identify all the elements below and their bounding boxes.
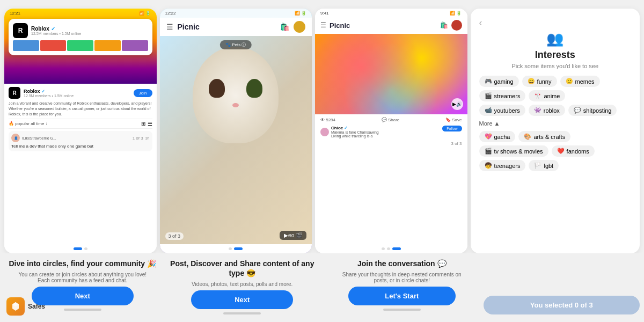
post-desc-3: Makima is fake Chainsawing: [331, 130, 379, 134]
chip-memes[interactable]: 🙂 memes: [560, 76, 600, 87]
panel-4-bottom: You selected 0 of 3: [484, 259, 640, 314]
panel-3-title: Join the conversation 💬: [357, 259, 447, 268]
avatar-3[interactable]: [451, 20, 462, 31]
start-button[interactable]: Let's Start: [348, 287, 456, 305]
chip-streamers[interactable]: 🎬 streamers: [479, 90, 526, 101]
page-indicator-1: 1 of 3: [133, 136, 143, 141]
back-arrow[interactable]: ‹: [479, 17, 632, 28]
chip-tv-shows[interactable]: 🎬 tv shows & movies: [479, 145, 548, 157]
status-time-3: 9:41: [320, 11, 329, 16]
chip-shitposting[interactable]: 💬 shitposting: [568, 105, 617, 116]
popular-filter[interactable]: 🔥 popular all time ↓: [9, 121, 48, 126]
chip-youtubers[interactable]: 📹 youtubers: [479, 105, 525, 116]
bag-icon-2[interactable]: 🛍️: [280, 23, 289, 31]
bag-icon-3[interactable]: 🛍️: [440, 21, 448, 29]
dot-1-2: [84, 247, 87, 250]
status-time-1: 12:21: [10, 11, 20, 16]
chip-arts-crafts[interactable]: 🎨 arts & crafts: [518, 131, 570, 142]
roblox-logo: R: [13, 23, 28, 38]
page-indicator-2: 3 of 3: [165, 232, 184, 240]
panel-2-bottom: Post, Discover and Share content of any …: [164, 259, 321, 314]
grid-img-2: [40, 40, 67, 51]
roblox-icon-sm: R: [9, 87, 20, 99]
list-view-icon[interactable]: ☰: [148, 121, 152, 127]
grid-img-1: [13, 40, 39, 51]
progress-bar-3: [383, 309, 421, 311]
grid-img-4: [94, 40, 121, 51]
panel-2-title: Post, Discover and Share content of any …: [164, 259, 321, 278]
chip-teenagers[interactable]: 🧒 teenagers: [479, 160, 526, 171]
dot-active-2: [234, 247, 243, 250]
next-button-1[interactable]: Next: [32, 287, 134, 305]
status-time-2: 12:22: [165, 11, 176, 16]
panel-2-subtitle: Videos, photos, text posts, polls and mo…: [192, 281, 292, 287]
chip-roblox[interactable]: 👾 roblox: [529, 105, 565, 116]
panel-3: 9:41 📶 🔋 ☰ Picnic 🛍️ ▶🔊: [315, 9, 467, 253]
chip-fandoms[interactable]: ❤️ fandoms: [552, 145, 595, 157]
grid-view-icon[interactable]: ⊞: [141, 121, 145, 127]
chip-lgbt[interactable]: 🏳️ lgbt: [529, 160, 559, 171]
chip-gacha[interactable]: 💖 gacha: [479, 131, 516, 142]
safes-label: Safes: [28, 303, 45, 310]
post-avatar: 👤: [11, 134, 20, 142]
more-toggle[interactable]: More ▲: [479, 120, 632, 127]
grid-img-5: [122, 40, 148, 51]
play-button-3[interactable]: ▶🔊: [451, 98, 463, 110]
status-icons-3: 📶 🔋: [450, 11, 462, 16]
chip-anime[interactable]: 🎌 anime: [529, 90, 565, 101]
dot-3-2: [387, 247, 390, 250]
next-button-2[interactable]: Next: [191, 290, 293, 309]
dot-active-3: [392, 247, 401, 250]
join-button[interactable]: Join: [134, 89, 152, 97]
follow-button-3[interactable]: Follow: [442, 126, 462, 131]
interests-title: Interests: [479, 49, 632, 61]
roblox-name-sm: Roblox ✓: [24, 89, 74, 94]
safes-icon: [6, 297, 25, 316]
post-desc-3b: Living while traveling is a: [331, 134, 379, 138]
post-text: Tell me a dev that made only one game bu…: [11, 144, 150, 149]
chip-funny[interactable]: 😄 funny: [522, 76, 557, 87]
save-btn[interactable]: 🔖 Save: [445, 118, 462, 122]
status-icons-2: 📶 🔋: [295, 11, 306, 16]
panel-1: 12:21 📶 🔋 R Roblox ✓ 12.5M members • 1.5…: [4, 9, 157, 253]
video-badge: ▶eo 🎬: [280, 231, 306, 240]
hamburger-3[interactable]: ☰: [320, 21, 326, 29]
interests-icon: 👥: [479, 31, 632, 47]
view-count: 👁 5284: [320, 118, 335, 122]
community-name: Roblox ✓: [31, 26, 81, 32]
community-desc: Join a vibrant and creative community of…: [9, 101, 152, 116]
post-author-3: Chloe ✓: [331, 126, 379, 130]
roblox-members-sm: 12.5M members • 1.5M online: [24, 94, 74, 98]
pets-badge: 🐾 Pets ⓘ: [220, 40, 251, 49]
safes-logo: Safes: [6, 297, 45, 316]
hamburger-2[interactable]: ☰: [166, 23, 173, 31]
share-btn[interactable]: 💬 Share: [382, 118, 400, 122]
grid-img-3: [67, 40, 93, 51]
selected-button[interactable]: You selected 0 of 3: [484, 296, 640, 314]
interests-subtitle: Pick some items you'd like to see: [479, 63, 632, 69]
dot-3-1: [382, 247, 385, 250]
community-stats: 12.5M members • 1.5M online: [31, 32, 81, 35]
author-avatar-3: [320, 128, 329, 136]
status-icons-1: 📶 🔋: [139, 11, 151, 16]
app-name-3: Picnic: [330, 21, 350, 30]
page-indicator-3: 3 of 3: [315, 141, 467, 146]
dot-2-1: [229, 247, 232, 250]
panel-1-title: Dive into circles, find your community 🎉: [9, 259, 157, 268]
panel-3-bottom: Join the conversation 💬 Share your thoug…: [324, 259, 480, 314]
panel-2: 12:22 📶 🔋 ☰ Picnic 🛍️: [160, 9, 312, 253]
post-author-name: ILikeStrawberrie G...: [22, 136, 56, 140]
interests-panel: ‹ 👥 Interests Pick some items you'd like…: [471, 9, 640, 253]
dot-active-1: [74, 247, 82, 250]
chip-gaming[interactable]: 🎮 gaming: [479, 76, 519, 87]
progress-bar-1: [64, 309, 101, 311]
post-time: 3h: [145, 136, 150, 140]
app-name-2: Picnic: [178, 23, 200, 31]
progress-bar-2: [223, 312, 261, 314]
panel-3-subtitle: Share your thoughts in deep-nested comme…: [338, 272, 466, 283]
avatar-2[interactable]: [294, 21, 305, 33]
panel-1-subtitle: You can create or join circles about any…: [18, 272, 147, 283]
